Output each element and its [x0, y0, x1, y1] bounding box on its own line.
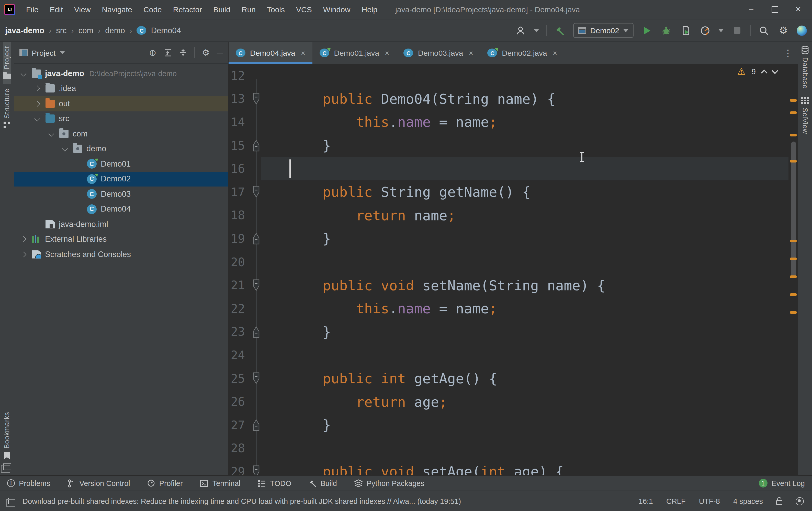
- menu-item-window[interactable]: Window: [319, 3, 355, 16]
- tree-item-demo01[interactable]: CDemo01: [14, 156, 228, 172]
- code-editor[interactable]: 1213 public Demo04(String name) {14 this…: [229, 64, 798, 475]
- chevron-down-icon[interactable]: [21, 70, 27, 77]
- warning-stripe-mark[interactable]: [790, 111, 797, 114]
- minimize-button[interactable]: −: [740, 1, 763, 18]
- code-line-25[interactable]: 25 public int getAge() {: [229, 367, 798, 390]
- line-number[interactable]: 22: [229, 302, 251, 315]
- project-view-dropdown-icon[interactable]: [60, 51, 65, 54]
- breadcrumb-item-demo[interactable]: demo: [105, 26, 125, 35]
- menu-item-build[interactable]: Build: [209, 3, 235, 16]
- code-line-24[interactable]: 24: [229, 343, 798, 367]
- tree-item-external-libraries[interactable]: External Libraries: [14, 232, 228, 247]
- fold-up-icon[interactable]: [251, 326, 261, 338]
- tool-window-button-bookmarks[interactable]: Bookmarks: [3, 408, 11, 463]
- menu-item-edit[interactable]: Edit: [45, 3, 67, 16]
- user-dropdown-icon[interactable]: [534, 29, 539, 32]
- stop-button[interactable]: [731, 24, 743, 36]
- menu-item-refactor[interactable]: Refactor: [169, 3, 207, 16]
- profiler-dropdown-icon[interactable]: [719, 29, 724, 32]
- run-button[interactable]: [641, 24, 653, 36]
- tool-window-button-sciview[interactable]: SciView: [801, 93, 809, 138]
- menu-item-run[interactable]: Run: [237, 3, 260, 16]
- tab-demo04[interactable]: CDemo04.java×: [229, 42, 313, 64]
- tree-item-src[interactable]: src: [14, 111, 228, 126]
- event-log-button[interactable]: 1Event Log: [759, 479, 805, 487]
- tool-window-switcher-icon[interactable]: [8, 498, 17, 504]
- line-number[interactable]: 17: [229, 185, 251, 199]
- collapse-all-icon[interactable]: [179, 49, 187, 57]
- line-number[interactable]: 23: [229, 325, 251, 338]
- next-warning-icon[interactable]: [772, 67, 778, 73]
- code-line-14[interactable]: 14 this.name = name;: [229, 110, 798, 133]
- line-number[interactable]: 25: [229, 372, 251, 385]
- expand-all-icon[interactable]: [163, 49, 172, 57]
- chevron-down-icon[interactable]: [34, 116, 40, 122]
- menu-item-view[interactable]: View: [69, 3, 95, 16]
- readonly-lock-icon[interactable]: [776, 500, 782, 505]
- tab-options-kebab-icon[interactable]: ⋮: [778, 42, 798, 64]
- profiler-button[interactable]: [699, 24, 711, 36]
- previous-warning-icon[interactable]: [761, 69, 767, 76]
- line-number[interactable]: 15: [229, 139, 251, 152]
- menu-item-code[interactable]: Code: [139, 3, 167, 16]
- tool-window-button-database[interactable]: Database: [801, 42, 809, 93]
- code-line-22[interactable]: 22 this.name = name;: [229, 297, 798, 320]
- tree-item-java-demo[interactable]: java-demoD:\IdeaProjects\java-demo: [14, 66, 228, 81]
- breadcrumb-item-src[interactable]: src: [56, 26, 66, 35]
- fold-up-icon[interactable]: [251, 232, 261, 245]
- tool-window-button-terminal[interactable]: Terminal: [200, 479, 240, 487]
- tool-window-button-profiler[interactable]: Profiler: [147, 479, 183, 487]
- menu-item-file[interactable]: File: [22, 3, 43, 16]
- line-number[interactable]: 24: [229, 349, 251, 362]
- maximize-button[interactable]: [763, 1, 786, 18]
- tool-window-button-structure[interactable]: Structure: [3, 84, 11, 132]
- tab-close-icon[interactable]: ×: [553, 49, 557, 57]
- code-line-28[interactable]: 28: [229, 437, 798, 460]
- chevron-down-icon[interactable]: [62, 146, 68, 152]
- line-number[interactable]: 18: [229, 209, 251, 222]
- chevron-right-icon[interactable]: [21, 251, 27, 257]
- code-line-21[interactable]: 21 public void setName(String name) {: [229, 274, 798, 297]
- tab-demo03[interactable]: CDemo03.java×: [397, 42, 481, 64]
- warning-stripe-mark[interactable]: [790, 134, 797, 137]
- fold-down-icon[interactable]: [251, 279, 261, 292]
- status-message[interactable]: Download pre-built shared indexes: Reduc…: [23, 497, 461, 505]
- indent-setting[interactable]: 4 spaces: [733, 497, 763, 505]
- settings-gear-icon[interactable]: ⚙: [777, 24, 789, 36]
- fold-up-icon[interactable]: [251, 139, 261, 152]
- tab-close-icon[interactable]: ×: [469, 49, 473, 57]
- tab-demo02[interactable]: CDemo02.java×: [481, 42, 564, 64]
- warning-stripe-mark[interactable]: [790, 293, 797, 296]
- tool-window-button-python-packages[interactable]: Python Packages: [354, 479, 425, 487]
- warning-stripe-mark[interactable]: [790, 240, 797, 242]
- code-line-27[interactable]: 27 }: [229, 413, 798, 437]
- fold-up-icon[interactable]: [251, 419, 261, 431]
- tab-close-icon[interactable]: ×: [301, 49, 306, 57]
- tool-window-button-project[interactable]: Project: [3, 42, 11, 84]
- line-number[interactable]: 14: [229, 116, 251, 129]
- menu-item-vcs[interactable]: VCS: [291, 3, 317, 16]
- code-line-16[interactable]: 16: [229, 157, 798, 180]
- tree-item-java-demo.iml[interactable]: java-demo.iml: [14, 217, 228, 232]
- menu-item-tools[interactable]: Tools: [262, 3, 289, 16]
- code-line-18[interactable]: 18 return name;: [229, 204, 798, 227]
- tool-window-switcher-icon[interactable]: [3, 463, 11, 470]
- tree-item-demo[interactable]: demo: [14, 141, 228, 156]
- tab-close-icon[interactable]: ×: [385, 49, 389, 57]
- build-hammer-icon[interactable]: [554, 24, 566, 36]
- file-encoding[interactable]: UTF-8: [699, 497, 720, 505]
- debug-button[interactable]: [660, 24, 672, 36]
- select-opened-file-icon[interactable]: ⊕: [149, 48, 156, 57]
- code-line-26[interactable]: 26 return age;: [229, 390, 798, 413]
- panel-settings-gear-icon[interactable]: ⚙: [202, 48, 210, 57]
- code-line-12[interactable]: 12: [229, 64, 798, 87]
- close-button[interactable]: ×: [786, 1, 810, 18]
- line-ending[interactable]: CRLF: [666, 497, 686, 505]
- tool-window-button-build[interactable]: Build: [309, 479, 337, 487]
- warning-stripe-mark[interactable]: [790, 99, 797, 102]
- tree-item-scratches-and-consoles[interactable]: Scratches and Consoles: [14, 247, 228, 262]
- fold-down-icon[interactable]: [251, 465, 261, 475]
- tree-item-demo02[interactable]: CDemo02: [14, 172, 228, 186]
- fold-down-icon[interactable]: [251, 186, 261, 199]
- run-configuration-select[interactable]: Demo02: [574, 23, 634, 38]
